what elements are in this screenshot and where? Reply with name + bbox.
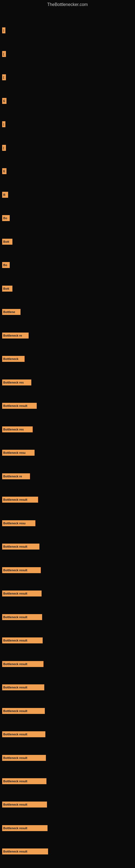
- bar-row: Bottleneck result: [2, 566, 135, 574]
- result-bar: Bottleneck result: [2, 638, 43, 643]
- result-bar: Bo: [2, 262, 10, 268]
- bar-label: |: [3, 123, 4, 126]
- bar-row: Bottleneck result: [2, 543, 135, 550]
- result-bar: Bottleneck result: [2, 708, 45, 714]
- bar-row: Bottleneck res: [2, 379, 135, 386]
- bar-row: Bottleneck result: [2, 496, 135, 503]
- bar-label: Bottleneck resu: [3, 451, 26, 454]
- bar-row: Bottleneck result: [2, 660, 135, 668]
- bar-label: [: [3, 52, 4, 56]
- result-bar: Bott: [2, 239, 12, 245]
- bar-label: Bottleneck re: [3, 475, 22, 478]
- bar-label: E: [3, 169, 5, 173]
- bar-row: Bottleneck res: [2, 426, 135, 433]
- bar-row: Bo: [2, 261, 135, 269]
- bar-label: Bottleneck result: [3, 592, 27, 595]
- bar-label: Bo: [3, 264, 7, 267]
- bar-row: Bottleneck: [2, 355, 135, 363]
- bar-label: Bottleneck resu: [3, 522, 26, 525]
- bar-row: Bottleneck resu: [2, 520, 135, 527]
- bar-row: Bottleneck result: [2, 590, 135, 597]
- bar-row: Bottleneck re: [2, 472, 135, 480]
- bar-row: Bott: [2, 238, 135, 246]
- result-bar: Bottleneck result: [2, 778, 46, 784]
- bar-row: Bottleneck result: [2, 402, 135, 410]
- site-title: TheBottlenecker.com: [0, 0, 135, 8]
- bar-label: Bottleneck: [3, 357, 18, 361]
- result-bar: Bottlene: [2, 309, 20, 315]
- bar-label: Bottlene: [3, 310, 15, 314]
- bar-row: B: [2, 191, 135, 198]
- result-bar: Bottleneck result: [2, 590, 42, 596]
- bar-label: Bottleneck result: [3, 662, 27, 665]
- result-bar: Bottleneck result: [2, 567, 41, 573]
- result-bar: Bottleneck result: [2, 614, 42, 620]
- bar-row: E: [2, 167, 135, 175]
- result-bar: Bottleneck re: [2, 333, 29, 339]
- result-bar: Bottleneck: [2, 356, 25, 362]
- bar-row: [: [2, 73, 135, 81]
- bar-label: [: [3, 76, 4, 79]
- bar-row: Bottlene: [2, 308, 135, 316]
- bar-label: Bottleneck result: [3, 568, 27, 572]
- result-bar: Bottleneck re: [2, 473, 30, 479]
- bar-row: E: [2, 97, 135, 105]
- bar-label: Bottleneck result: [3, 616, 27, 619]
- bar-row: |: [2, 120, 135, 128]
- bar-row: Bottleneck result: [2, 731, 135, 738]
- result-bar: Bottleneck result: [2, 825, 48, 831]
- result-bar: [: [2, 74, 6, 80]
- result-bar: Bottleneck result: [2, 684, 44, 690]
- bar-row: Bo: [2, 214, 135, 222]
- bar-label: Bottleneck result: [3, 780, 27, 783]
- bar-label: B: [3, 193, 5, 196]
- result-bar: |: [2, 121, 5, 127]
- result-bar: [: [2, 145, 6, 151]
- result-bar: Bottleneck result: [2, 403, 37, 409]
- bar-label: Bottleneck result: [3, 498, 27, 501]
- bar-label: Bottleneck result: [3, 850, 27, 853]
- result-bar: |: [2, 27, 5, 33]
- result-bar: E: [2, 98, 6, 104]
- bar-row: Bottleneck result: [2, 754, 135, 762]
- result-bar: Bottleneck res: [2, 426, 33, 432]
- result-bar: Bottleneck resu: [2, 450, 35, 456]
- bar-label: Bottleneck result: [3, 756, 27, 760]
- result-bar: E: [2, 168, 6, 174]
- result-bar: Bottleneck result: [2, 661, 43, 667]
- bar-label: Bottleneck result: [3, 709, 27, 713]
- result-bar: Bottleneck result: [2, 848, 48, 855]
- bar-row: Bottleneck result: [2, 613, 135, 621]
- result-bar: Bottleneck result: [2, 544, 39, 550]
- result-bar: Bottleneck result: [2, 497, 38, 503]
- result-bar: Bottleneck result: [2, 755, 46, 761]
- result-bar: Bottleneck result: [2, 802, 47, 807]
- bar-row: Bottleneck result: [2, 848, 135, 855]
- bar-label: Bott: [3, 240, 9, 243]
- result-bar: Bo: [2, 215, 10, 221]
- bar-label: Bottleneck result: [3, 545, 27, 548]
- result-bar: B: [2, 192, 8, 198]
- bar-label: Bott: [3, 287, 9, 290]
- bar-label: |: [3, 29, 4, 32]
- bar-row: Bottleneck result: [2, 824, 135, 832]
- bar-row: Bottleneck resu: [2, 449, 135, 457]
- bar-row: Bott: [2, 285, 135, 292]
- bar-row: [: [2, 50, 135, 58]
- bar-row: Bottleneck result: [2, 777, 135, 785]
- bar-row: Bottleneck result: [2, 684, 135, 691]
- bar-row: Bottleneck result: [2, 637, 135, 644]
- bar-label: Bottleneck result: [3, 639, 27, 642]
- bars-container: |[[E|[EBBoBottBoBottBottleneBottleneck r…: [0, 8, 135, 858]
- result-bar: Bottleneck resu: [2, 520, 35, 526]
- bar-row: [: [2, 144, 135, 152]
- bar-label: Bottleneck result: [3, 803, 27, 806]
- bar-label: Bottleneck result: [3, 733, 27, 736]
- bar-row: Bottleneck result: [2, 707, 135, 715]
- bar-label: Bottleneck result: [3, 686, 27, 689]
- bar-row: Bottleneck result: [2, 801, 135, 808]
- bar-label: [: [3, 146, 4, 150]
- bar-row: Bottleneck re: [2, 332, 135, 339]
- bar-label: Bottleneck result: [3, 404, 27, 407]
- bar-label: Bottleneck res: [3, 428, 24, 431]
